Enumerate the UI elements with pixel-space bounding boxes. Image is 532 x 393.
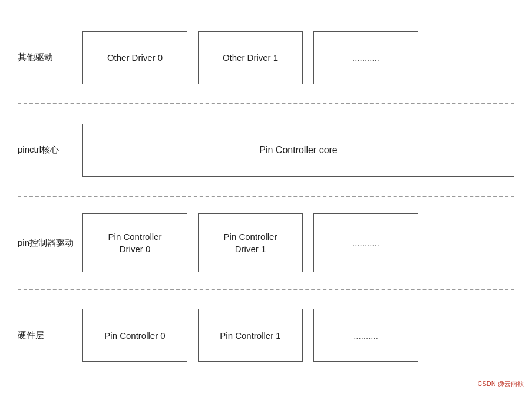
layer-pinctrl-core-content: Pin Controller core xyxy=(82,124,514,177)
layer-hardware-content: Pin Controller 0 Pin Controller 1 ......… xyxy=(82,309,514,362)
layer-pin-controller-driver-content: Pin Controller Driver 0 Pin Controller D… xyxy=(82,213,514,272)
box-pin-driver-dots: ........... xyxy=(313,213,418,272)
box-hardware-0: Pin Controller 0 xyxy=(82,309,187,362)
diagram-container: 其他驱动 Other Driver 0 Other Driver 1 .....… xyxy=(0,0,532,393)
label-pin-controller-driver: pin控制器驱动 xyxy=(18,237,82,249)
box-pin-driver-0: Pin Controller Driver 0 xyxy=(82,213,187,272)
layer-pinctrl-core: pinctrl核心 Pin Controller core xyxy=(18,104,514,196)
box-pinctrl-core: Pin Controller core xyxy=(82,124,514,177)
box-pin-driver-1: Pin Controller Driver 1 xyxy=(198,213,303,272)
box-hardware-dots: .......... xyxy=(313,309,418,362)
layer-other-driver: 其他驱动 Other Driver 0 Other Driver 1 .....… xyxy=(18,12,514,103)
box-other-driver-dots: ........... xyxy=(313,31,418,84)
label-other-driver: 其他驱动 xyxy=(18,52,82,63)
watermark: CSDN @云雨欲 xyxy=(478,379,524,388)
label-pinctrl-core: pinctrl核心 xyxy=(18,144,82,156)
box-other-driver-1: Other Driver 1 xyxy=(198,31,303,84)
box-hardware-1: Pin Controller 1 xyxy=(198,309,303,362)
label-hardware: 硬件层 xyxy=(18,330,82,341)
layer-pin-controller-driver: pin控制器驱动 Pin Controller Driver 0 Pin Con… xyxy=(18,197,514,289)
layer-other-driver-content: Other Driver 0 Other Driver 1 ..........… xyxy=(82,31,514,84)
layer-hardware: 硬件层 Pin Controller 0 Pin Controller 1 ..… xyxy=(18,290,514,381)
box-other-driver-0: Other Driver 0 xyxy=(82,31,187,84)
